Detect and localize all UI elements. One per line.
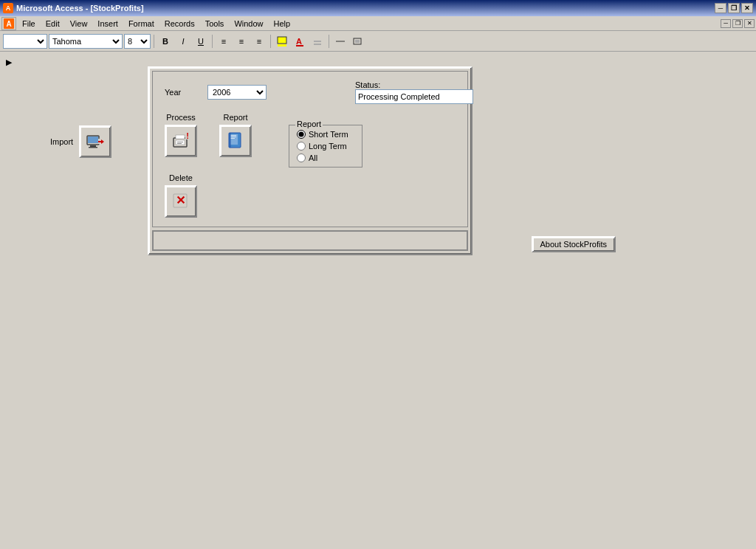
svg-text:A: A <box>6 4 11 12</box>
font-select[interactable]: Tahoma <box>49 34 123 49</box>
special-effect-button[interactable] <box>350 34 366 49</box>
all-label: All <box>309 153 317 162</box>
import-button[interactable] <box>79 125 111 158</box>
process-group: Process ! <box>165 113 197 157</box>
form-status-bar <box>152 230 468 251</box>
toolbar-sep-4 <box>329 35 329 48</box>
menu-view[interactable]: View <box>66 18 92 30</box>
status-input[interactable] <box>355 89 473 104</box>
menu-bar: A File Edit View Insert Format Records T… <box>0 16 756 31</box>
svg-text:A: A <box>6 20 11 28</box>
svg-text:A: A <box>296 37 302 46</box>
bold-button[interactable]: B <box>157 34 173 49</box>
radio-row-all: All <box>297 153 354 162</box>
inner-minimize[interactable]: ─ <box>721 19 731 28</box>
font-color-button[interactable]: A <box>292 34 308 49</box>
app-menu-icon[interactable]: A <box>1 17 16 30</box>
report-button[interactable] <box>219 125 252 157</box>
process-icon: ! <box>171 131 191 151</box>
year-label: Year <box>165 88 202 97</box>
left-arrow: ▶ <box>6 58 12 67</box>
long-term-radio[interactable] <box>297 142 306 151</box>
import-section: Import <box>50 125 111 158</box>
actions-row: Process ! <box>165 113 456 168</box>
menu-tools[interactable]: Tools <box>201 18 229 30</box>
report-icon <box>225 131 246 151</box>
svg-rect-5 <box>278 44 286 46</box>
menu-help[interactable]: Help <box>269 18 295 30</box>
italic-button[interactable]: I <box>175 34 191 49</box>
minimize-button[interactable]: ─ <box>715 3 726 13</box>
main-area: ▶ Import Year <box>0 52 756 549</box>
form-inner: Year 2006 2005 2007 Status: Process <box>152 71 468 227</box>
svg-rect-21 <box>176 135 185 139</box>
menu-records[interactable]: Records <box>160 18 199 30</box>
svg-rect-16 <box>88 137 98 143</box>
align-left-button[interactable]: ≡ <box>216 34 232 49</box>
menu-format[interactable]: Format <box>124 18 159 30</box>
inner-close[interactable]: ✕ <box>744 19 755 28</box>
menu-file[interactable]: File <box>18 18 40 30</box>
svg-rect-28 <box>230 135 236 136</box>
form-panel: Year 2006 2005 2007 Status: Process <box>148 66 472 255</box>
toolbar-sep-1 <box>154 35 154 48</box>
import-label: Import <box>50 137 73 146</box>
short-term-label: Short Term <box>309 130 348 139</box>
toolbar-sep-2 <box>212 35 213 48</box>
import-icon <box>85 131 106 152</box>
svg-rect-31 <box>229 133 231 148</box>
short-term-radio[interactable] <box>297 130 306 139</box>
svg-rect-23 <box>177 143 182 144</box>
underline-button[interactable]: U <box>193 34 209 49</box>
report-label: Report <box>223 113 247 122</box>
app-title: Microsoft Access - [StockProfits] <box>16 4 144 13</box>
year-group: Year 2006 2005 2007 <box>165 85 267 100</box>
year-select[interactable]: 2006 2005 2007 <box>207 85 267 100</box>
fill-color-button[interactable] <box>274 34 290 49</box>
menu-edit[interactable]: Edit <box>41 18 64 30</box>
title-bar-left: A Microsoft Access - [StockProfits] <box>3 3 144 13</box>
svg-text:✕: ✕ <box>176 194 185 207</box>
toolbar-sep-3 <box>270 35 271 48</box>
delete-row: Delete ✕ <box>165 173 456 218</box>
title-bar: A Microsoft Access - [StockProfits] ─ ❐ … <box>0 0 756 16</box>
radio-row-short: Short Term <box>297 130 354 139</box>
svg-rect-7 <box>296 45 303 46</box>
status-group: Status: <box>355 80 473 104</box>
inner-window-controls[interactable]: ─ ❐ ✕ <box>721 19 755 28</box>
delete-group: Delete ✕ <box>165 173 197 218</box>
title-bar-controls[interactable]: ─ ❐ ✕ <box>715 3 753 13</box>
size-select[interactable]: 8 <box>124 34 151 49</box>
toolbar: Tahoma 8 B I U ≡ ≡ ≡ A <box>0 31 756 52</box>
report-group-action: Report <box>219 113 252 157</box>
svg-rect-9 <box>314 44 321 45</box>
all-radio[interactable] <box>297 153 306 162</box>
line-color-button[interactable] <box>309 34 326 49</box>
svg-rect-14 <box>90 145 96 147</box>
close-button[interactable]: ✕ <box>741 3 753 13</box>
svg-rect-12 <box>355 40 360 43</box>
line-thickness-button[interactable] <box>332 34 348 49</box>
svg-rect-29 <box>230 137 236 137</box>
align-right-button[interactable]: ≡ <box>251 34 267 49</box>
process-label: Process <box>166 113 196 122</box>
radio-row-long: Long Term <box>297 142 354 151</box>
align-center-button[interactable]: ≡ <box>233 34 250 49</box>
delete-button[interactable]: ✕ <box>165 185 197 218</box>
inner-restore[interactable]: ❐ <box>732 19 743 28</box>
svg-rect-4 <box>278 37 286 44</box>
report-group-label: Report <box>295 120 323 128</box>
style-select[interactable] <box>3 34 47 49</box>
delete-label: Delete <box>169 173 193 182</box>
menu-window[interactable]: Window <box>230 18 267 30</box>
menu-insert[interactable]: Insert <box>93 18 123 30</box>
status-row: Year 2006 2005 2007 Status: <box>165 80 456 104</box>
restore-button[interactable]: ❐ <box>728 3 740 13</box>
long-term-label: Long Term <box>309 142 347 151</box>
svg-rect-15 <box>89 147 97 148</box>
svg-text:!: ! <box>186 131 189 140</box>
delete-icon: ✕ <box>171 191 191 212</box>
about-button[interactable]: About StockProfits <box>532 236 616 252</box>
process-button[interactable]: ! <box>165 125 197 157</box>
status-label: Status: <box>355 80 380 89</box>
